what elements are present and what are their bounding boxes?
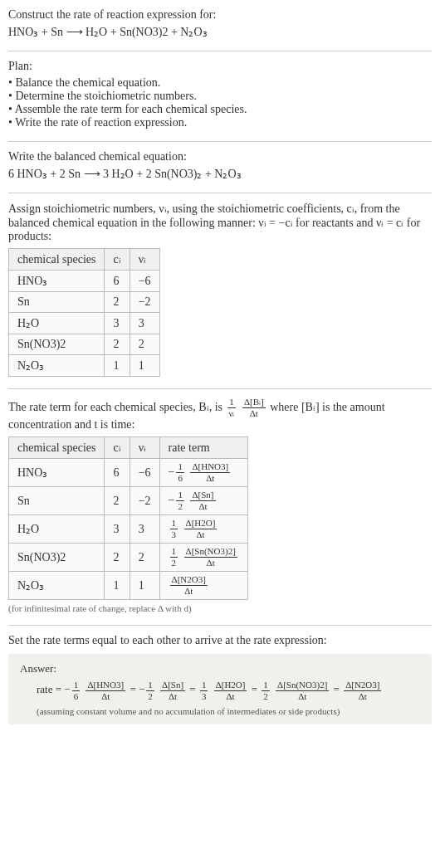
cell-vi: −6 (130, 459, 159, 487)
unbalanced-equation: HNO₃ + Sn ⟶ H₂O + Sn(NO3)2 + N₂O₃ (8, 25, 432, 39)
cell-ci: 1 (105, 355, 130, 377)
cell-vi: 2 (130, 544, 159, 572)
plan-list: Balance the chemical equation. Determine… (8, 76, 432, 129)
table-row: Sn(NO3)22212 Δ[Sn(NO3)2]Δt (9, 544, 248, 572)
table-row: H₂O 3 3 (9, 313, 160, 334)
cell-vi: −2 (130, 487, 159, 515)
divider (8, 141, 432, 142)
cell-species: HNO₃ (9, 459, 105, 487)
cell-vi: 3 (130, 313, 159, 334)
divider (8, 51, 432, 51)
final-title: Set the rate terms equal to each other t… (8, 634, 432, 647)
answer-expression: rate = −16 Δ[HNO3]Δt = −12 Δ[Sn]Δt = 13 … (20, 680, 420, 701)
cell-species: Sn (9, 292, 105, 313)
infinitesimal-note: (for infinitesimal rate of change, repla… (8, 603, 432, 613)
table-row: H₂O3313 Δ[H2O]Δt (9, 515, 248, 544)
frac-den: Δt (242, 408, 266, 418)
cell-ci: 2 (105, 487, 130, 515)
rateterm-intro-a: The rate term for each chemical species,… (8, 401, 226, 413)
table-header-row: chemical species cᵢ νᵢ (9, 249, 160, 271)
balanced-title: Write the balanced chemical equation: (8, 150, 432, 163)
cell-species: H₂O (9, 515, 105, 544)
divider (8, 388, 432, 389)
cell-vi: 1 (130, 572, 159, 600)
divider (8, 193, 432, 193)
table-row: HNO₃ 6 −6 (9, 271, 160, 292)
cell-vi: 1 (130, 355, 159, 377)
col-ci: cᵢ (105, 437, 130, 459)
cell-vi: −2 (130, 292, 159, 313)
table-row: N₂O₃11Δ[N2O3]Δt (9, 572, 248, 600)
cell-species: HNO₃ (9, 271, 105, 292)
cell-ci: 2 (105, 292, 130, 313)
frac-num: 1 (227, 397, 237, 408)
cell-vi: −6 (130, 271, 159, 292)
table-row: Sn2−2−12 Δ[Sn]Δt (9, 487, 248, 515)
answer-title: Answer: (20, 662, 420, 675)
plan-item: Determine the stoichiometric numbers. (8, 90, 432, 103)
frac-num: Δ[Bᵢ] (242, 397, 266, 408)
table-row: Sn(NO3)2 2 2 (9, 334, 160, 355)
cell-ci: 3 (105, 313, 130, 334)
cell-species: Sn(NO3)2 (9, 334, 105, 355)
cell-rate-term: 12 Δ[Sn(NO3)2]Δt (159, 544, 247, 572)
balanced-equation: 6 HNO₃ + 2 Sn ⟶ 3 H₂O + 2 Sn(NO3)₂ + N₂O… (8, 167, 432, 181)
plan-title: Plan: (8, 60, 432, 73)
rateterm-intro: The rate term for each chemical species,… (8, 397, 432, 432)
cell-species: Sn(NO3)2 (9, 544, 105, 572)
col-species: chemical species (9, 249, 105, 271)
cell-vi: 2 (130, 334, 159, 355)
stoich-intro: Assign stoichiometric numbers, νᵢ, using… (8, 202, 432, 243)
cell-vi: 3 (130, 515, 159, 544)
cell-ci: 2 (105, 544, 130, 572)
col-vi: νᵢ (130, 249, 159, 271)
plan-item: Balance the chemical equation. (8, 76, 432, 90)
cell-rate-term: −16 Δ[HNO3]Δt (159, 459, 247, 487)
cell-rate-term: −12 Δ[Sn]Δt (159, 487, 247, 515)
table-row: HNO₃6−6−16 Δ[HNO3]Δt (9, 459, 248, 487)
answer-note: (assuming constant volume and no accumul… (20, 706, 420, 716)
dBi-over-dt: Δ[Bᵢ] Δt (242, 397, 266, 418)
plan-item: Assemble the rate term for each chemical… (8, 103, 432, 116)
cell-rate-term: 13 Δ[H2O]Δt (159, 515, 247, 544)
plan-item: Write the rate of reaction expression. (8, 116, 432, 129)
divider (8, 625, 432, 626)
frac-den: νᵢ (227, 408, 237, 418)
cell-species: Sn (9, 487, 105, 515)
answer-box: Answer: rate = −16 Δ[HNO3]Δt = −12 Δ[Sn]… (8, 654, 432, 724)
cell-ci: 6 (105, 271, 130, 292)
table-header-row: chemical species cᵢ νᵢ rate term (9, 437, 248, 459)
cell-species: N₂O₃ (9, 572, 105, 600)
one-over-nu: 1 νᵢ (227, 397, 237, 418)
cell-ci: 6 (105, 459, 130, 487)
cell-ci: 2 (105, 334, 130, 355)
table-row: N₂O₃ 1 1 (9, 355, 160, 377)
stoich-section: Assign stoichiometric numbers, νᵢ, using… (8, 202, 432, 377)
col-vi: νᵢ (130, 437, 159, 459)
cell-species: N₂O₃ (9, 355, 105, 377)
rateterm-section: The rate term for each chemical species,… (8, 397, 432, 613)
cell-ci: 3 (105, 515, 130, 544)
balanced-section: Write the balanced chemical equation: 6 … (8, 150, 432, 181)
cell-ci: 1 (105, 572, 130, 600)
construct-line1: Construct the rate of reaction expressio… (8, 8, 432, 22)
table-row: Sn 2 −2 (9, 292, 160, 313)
cell-rate-term: Δ[N2O3]Δt (159, 572, 247, 600)
construct-prompt: Construct the rate of reaction expressio… (8, 8, 432, 39)
col-species: chemical species (9, 437, 105, 459)
col-ci: cᵢ (105, 249, 130, 271)
stoich-table: chemical species cᵢ νᵢ HNO₃ 6 −6 Sn 2 −2… (8, 248, 160, 377)
rateterm-table: chemical species cᵢ νᵢ rate term HNO₃6−6… (8, 436, 248, 600)
plan-section: Plan: Balance the chemical equation. Det… (8, 60, 432, 129)
col-rate: rate term (159, 437, 247, 459)
cell-species: H₂O (9, 313, 105, 334)
